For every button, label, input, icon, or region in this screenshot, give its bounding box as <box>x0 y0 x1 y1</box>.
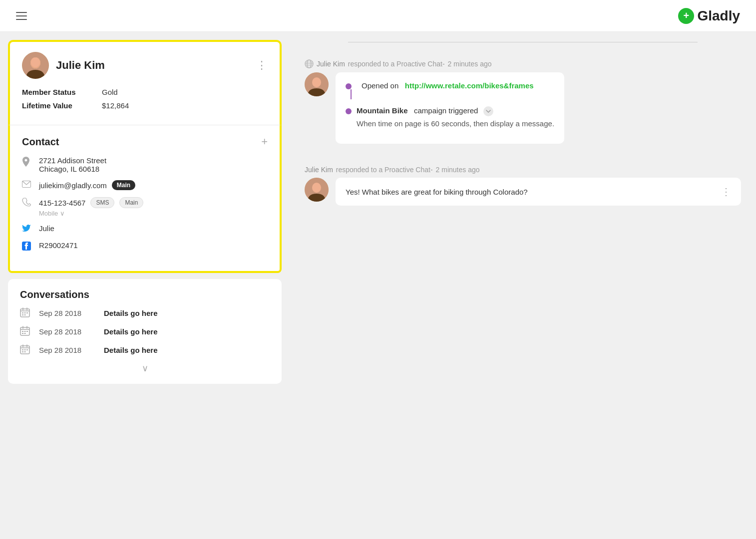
contact-phone: 415-123-4567 <box>39 199 85 207</box>
svg-rect-7 <box>22 312 23 313</box>
svg-rect-11 <box>24 314 26 315</box>
chat-meta-name-1: Julie Kim <box>305 166 333 174</box>
sms-badge: SMS <box>90 197 114 208</box>
svg-rect-15 <box>26 331 28 332</box>
campaign-suffix: campaign triggered <box>414 106 478 115</box>
contact-twitter-row: Julie <box>22 224 268 234</box>
svg-rect-19 <box>22 349 23 350</box>
conversation-row-1: Sep 28 2018 Details go here <box>20 326 270 337</box>
svg-rect-22 <box>22 351 23 352</box>
svg-rect-13 <box>22 331 23 332</box>
calendar-icon-0 <box>20 307 34 319</box>
message-more-icon[interactable]: ⋮ <box>721 186 731 198</box>
contact-email-info: juliekim@gladly.com Main <box>39 180 268 190</box>
chat-meta-action-1: responded to a Proactive Chat- <box>336 166 433 174</box>
campaign-desc: When time on page is 60 seconds, then di… <box>357 119 554 128</box>
svg-rect-20 <box>24 349 26 350</box>
chat-meta-0: Julie Kim responded to a Proactive Chat-… <box>305 59 492 68</box>
campaign-badge-icon <box>483 106 493 116</box>
contact-phone-info: 415-123-4567 SMS Main Mobile ∨ <box>39 197 268 217</box>
contact-email: juliekim@gladly.com <box>39 181 107 190</box>
avatar <box>22 52 49 79</box>
svg-point-29 <box>312 183 321 193</box>
contact-card: Contact + 2721 Addison Street Chicago, I… <box>8 125 282 269</box>
globe-icon <box>305 59 314 68</box>
svg-rect-16 <box>22 333 23 334</box>
contact-email-row: juliekim@gladly.com Main <box>22 180 268 190</box>
logo: + Gladly <box>678 8 740 24</box>
contact-title: Contact <box>22 136 59 148</box>
lifetime-value-row: Lifetime Value $12,864 <box>22 101 268 110</box>
svg-rect-8 <box>24 312 26 313</box>
chat-meta-action-0: responded to a Proactive Chat- <box>348 60 445 68</box>
phone-main-badge: Main <box>119 197 143 208</box>
timeline-row-campaign: Mountain Bike campaign triggered When ti… <box>346 106 554 128</box>
conversations-card: Conversations Sep 28 2018 Details <box>8 279 282 384</box>
conversation-date-2: Sep 28 2018 <box>39 346 104 354</box>
svg-rect-10 <box>22 314 23 315</box>
message-bubble-1: Yes! What bikes are great for biking thr… <box>336 178 741 206</box>
facebook-icon <box>22 242 34 252</box>
profile-header-left: Julie Kim <box>22 52 105 79</box>
phone-type[interactable]: Mobile ∨ <box>39 210 268 217</box>
svg-rect-9 <box>26 312 28 313</box>
show-more-button[interactable]: ∨ <box>20 363 270 374</box>
phone-icon <box>22 198 34 208</box>
profile-name: Julie Kim <box>56 59 105 72</box>
address-line2: Chicago, IL 60618 <box>39 165 268 173</box>
contact-twitter: Julie <box>39 224 54 233</box>
top-divider <box>348 42 697 42</box>
message-text-1: Yes! What bikes are great for biking thr… <box>346 188 721 196</box>
contact-phone-row: 415-123-4567 SMS Main Mobile ∨ <box>22 197 268 217</box>
logo-icon: + <box>678 8 694 24</box>
conversation-detail-2: Details go here <box>104 346 158 354</box>
svg-point-27 <box>312 77 321 87</box>
conversation-date-0: Sep 28 2018 <box>39 309 104 317</box>
svg-rect-21 <box>26 349 28 350</box>
profile-card: Julie Kim ⋮ Member Status Gold Lifetime … <box>8 40 282 125</box>
conversation-row-0: Sep 28 2018 Details go here <box>20 307 270 319</box>
profile-header: Julie Kim ⋮ <box>22 52 268 79</box>
campaign-label: Mountain Bike <box>357 106 408 115</box>
contact-facebook-row: R29002471 <box>22 241 268 252</box>
member-status-row: Member Status Gold <box>22 88 268 96</box>
chat-event-1-inner: Julie Kim responded to a Proactive Chat-… <box>305 166 741 206</box>
timeline-row-opened: Opened on http://www.retale.com/bikes&fr… <box>346 81 554 99</box>
svg-point-3 <box>31 57 40 67</box>
lifetime-value-label: Lifetime Value <box>22 101 102 110</box>
contact-card-bottom-border <box>8 269 282 273</box>
contact-header: Contact + <box>22 135 268 148</box>
chat-avatar-0 <box>305 72 329 96</box>
conversation-row-2: Sep 28 2018 Details go here <box>20 344 270 356</box>
twitter-icon <box>22 225 34 234</box>
address-line1: 2721 Addison Street <box>39 156 268 165</box>
add-contact-icon[interactable]: + <box>261 135 268 148</box>
menu-toggle[interactable] <box>16 12 27 20</box>
email-icon <box>22 181 34 189</box>
svg-rect-17 <box>24 333 26 334</box>
conversation-detail-1: Details go here <box>104 327 158 336</box>
chat-meta-time-0: 2 minutes ago <box>448 60 492 68</box>
member-status-value: Gold <box>102 88 118 96</box>
left-panel: Julie Kim ⋮ Member Status Gold Lifetime … <box>0 32 290 539</box>
more-options-icon[interactable]: ⋮ <box>256 59 268 72</box>
chat-event-1: Julie Kim responded to a Proactive Chat-… <box>305 166 741 206</box>
chat-meta-time-1: 2 minutes ago <box>436 166 480 174</box>
contact-facebook: R29002471 <box>39 241 78 250</box>
conversation-detail-0: Details go here <box>104 309 158 317</box>
chat-meta-globe-area: Julie Kim responded to a Proactive Chat-… <box>305 59 741 144</box>
calendar-icon-2 <box>20 344 34 356</box>
topbar: + Gladly <box>0 0 756 32</box>
svg-rect-14 <box>24 331 26 332</box>
email-main-badge: Main <box>112 180 135 190</box>
chat-meta-1: Julie Kim responded to a Proactive Chat-… <box>305 166 480 174</box>
lifetime-value-amount: $12,864 <box>102 101 129 110</box>
conversations-title: Conversations <box>20 289 270 300</box>
chat-event-0: Julie Kim responded to a Proactive Chat-… <box>305 59 741 144</box>
opened-label: Opened on <box>362 81 398 90</box>
member-status-label: Member Status <box>22 88 102 96</box>
chevron-down-icon: ∨ <box>60 210 65 217</box>
chat-meta-name-0: Julie Kim <box>317 60 345 68</box>
location-icon <box>22 157 34 168</box>
opened-url[interactable]: http://www.retale.com/bikes&frames <box>405 81 534 90</box>
